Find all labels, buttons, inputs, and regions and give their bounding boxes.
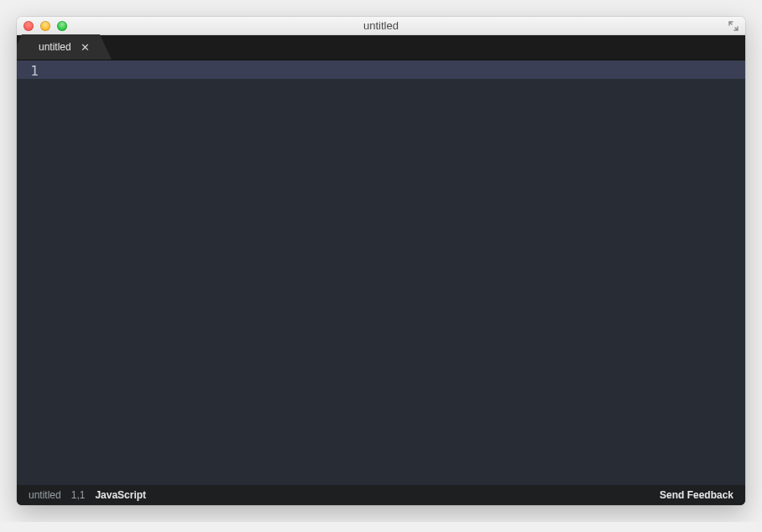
titlebar[interactable]: untitled [17,17,745,35]
line-number-gutter: 1 [17,60,45,485]
close-window-button[interactable] [23,21,34,31]
editor-area[interactable]: 1 [17,60,745,485]
status-bar: untitled 1,1 JavaScript Send Feedback [17,485,745,505]
fullscreen-icon[interactable] [727,19,740,33]
status-left: untitled 1,1 JavaScript [29,489,146,501]
close-tab-icon[interactable]: ✕ [81,42,90,53]
traffic-lights [17,21,67,31]
window-title: untitled [17,19,745,32]
tab-bar: untitled ✕ [17,35,745,60]
send-feedback-button[interactable]: Send Feedback [660,489,733,501]
status-language[interactable]: JavaScript [95,489,146,501]
zoom-window-button[interactable] [57,21,67,31]
status-cursor-position[interactable]: 1,1 [71,489,86,501]
code-content[interactable] [45,60,745,485]
status-filename[interactable]: untitled [29,489,61,501]
line-number: 1 [17,62,39,81]
app-body: untitled ✕ 1 untitled 1,1 JavaScript Sen… [17,35,745,505]
minimize-window-button[interactable] [40,21,50,31]
tab-untitled[interactable]: untitled ✕ [22,34,100,60]
tab-label: untitled [39,41,71,53]
app-window: untitled untitled ✕ 1 untitled 1,1 JavaS… [17,17,745,505]
